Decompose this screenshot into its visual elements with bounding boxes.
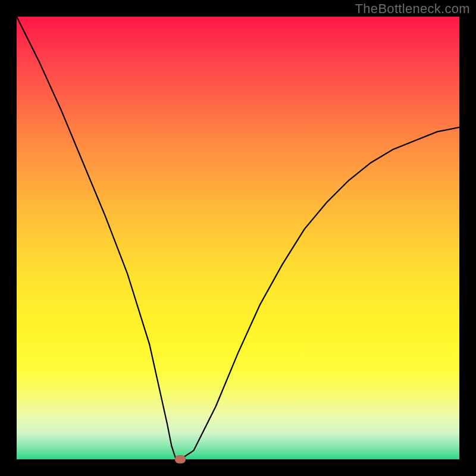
bottleneck-curve — [17, 17, 459, 459]
chart-frame: TheBottleneck.com — [0, 0, 476, 476]
optimal-point-marker — [175, 455, 186, 464]
watermark-text: TheBottleneck.com — [355, 1, 470, 17]
curve-svg — [17, 17, 459, 459]
plot-area — [17, 17, 459, 459]
